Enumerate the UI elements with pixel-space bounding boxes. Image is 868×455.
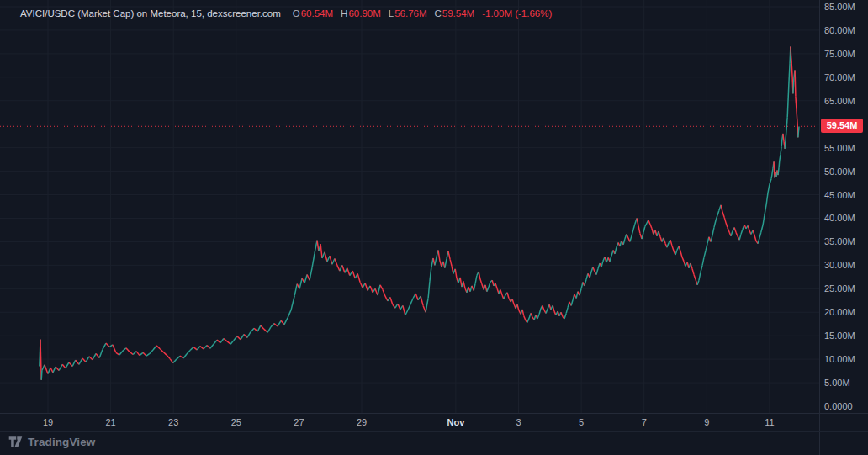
high-label: H: [341, 8, 347, 19]
price-chart-canvas[interactable]: 85.00M80.00M75.00M70.00M65.00M55.00M50.0…: [0, 0, 868, 455]
low-label: L: [389, 8, 394, 19]
chart-window: 85.00M80.00M75.00M70.00M65.00M55.00M50.0…: [0, 0, 868, 455]
ohlc-values: O60.54M H60.90M L56.76M C59.54M -1.00M (…: [293, 8, 553, 19]
open-value: 60.54M: [301, 8, 333, 19]
tradingview-logo[interactable]: TradingView: [8, 436, 95, 448]
open-pair: O60.54M: [293, 8, 333, 19]
tradingview-logo-icon: [8, 436, 23, 448]
tradingview-logo-text: TradingView: [28, 436, 95, 448]
high-value: 60.90M: [348, 8, 380, 19]
change-value: -1.00M (-1.66%): [482, 8, 552, 19]
high-pair: H60.90M: [341, 8, 381, 19]
time-axis[interactable]: [0, 413, 868, 431]
symbol-title[interactable]: AVICI/USDC (Market Cap) on Meteora, 15, …: [20, 8, 281, 19]
chart-legend: AVICI/USDC (Market Cap) on Meteora, 15, …: [20, 8, 552, 19]
close-value: 59.54M: [442, 8, 474, 19]
price-axis[interactable]: [819, 0, 868, 413]
close-label: C: [435, 8, 442, 19]
low-value: 56.76M: [394, 8, 426, 19]
last-price-badge: 59.54M: [821, 119, 863, 133]
close-pair: C59.54M: [435, 8, 475, 19]
low-pair: L56.76M: [389, 8, 427, 19]
open-label: O: [293, 8, 300, 19]
